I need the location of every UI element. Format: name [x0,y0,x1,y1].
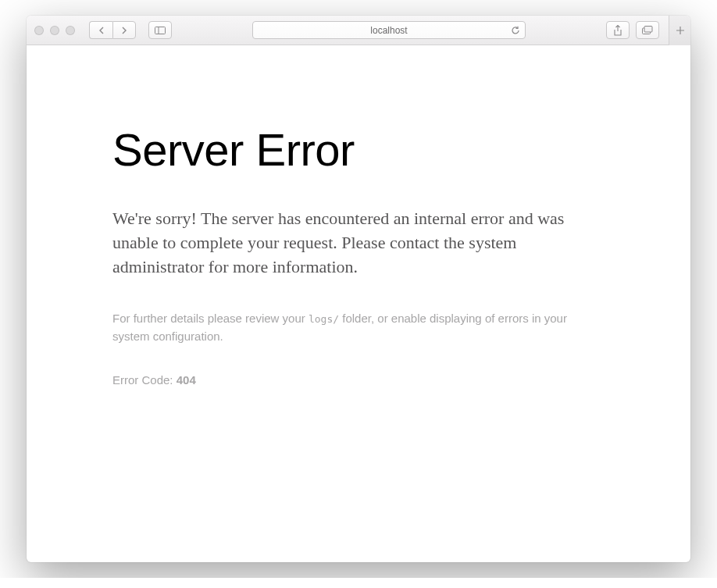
forward-button[interactable] [112,21,136,39]
share-button[interactable] [606,21,630,39]
reload-button[interactable] [511,26,520,35]
error-message: We're sorry! The server has encountered … [112,207,605,279]
share-icon [613,25,622,36]
details-code: logs/ [309,313,339,325]
error-code-label: Error Code: [112,373,177,387]
error-details: For further details please review your l… [112,310,605,345]
error-code-value: 404 [177,373,196,387]
reload-icon [511,26,520,35]
zoom-window-button[interactable] [66,26,75,35]
chevron-right-icon [121,27,127,34]
browser-window: localhost Server Error We're sorry! The … [27,16,690,562]
address-text: localhost [370,25,407,36]
minimize-window-button[interactable] [50,26,59,35]
chevron-left-icon [98,27,105,34]
details-prefix: For further details please review your [112,312,309,325]
page-content: Server Error We're sorry! The server has… [27,45,690,562]
window-controls [34,26,75,35]
error-code-line: Error Code: 404 [112,373,605,387]
nav-buttons [89,21,136,39]
tabs-button[interactable] [636,21,659,39]
close-window-button[interactable] [34,26,44,35]
new-tab-button[interactable] [669,16,690,45]
address-bar[interactable]: localhost [252,21,526,39]
svg-rect-3 [644,27,652,33]
sidebar-toggle-button[interactable] [148,21,172,39]
back-button[interactable] [89,21,112,39]
titlebar: localhost [27,16,690,45]
sidebar-icon [155,27,166,34]
svg-rect-0 [155,27,166,34]
error-title: Server Error [112,123,605,176]
toolbar-right [606,21,659,39]
plus-icon [676,26,685,35]
tabs-icon [642,26,653,34]
